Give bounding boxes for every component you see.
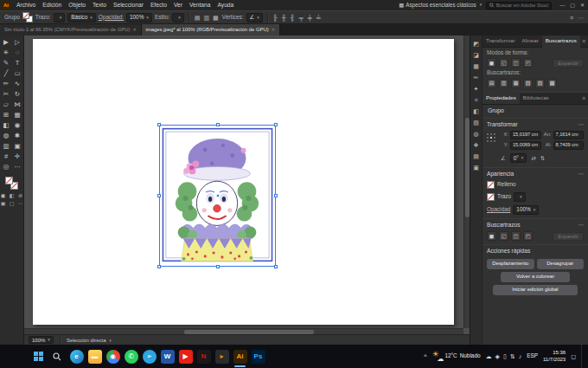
edit-toolbar-icon[interactable]: ⋯ xyxy=(12,162,23,172)
eyedropper-tool[interactable]: ◉ xyxy=(12,120,23,131)
transform-more-icon[interactable]: ⋯ xyxy=(578,122,584,128)
volume-icon[interactable]: ♪ xyxy=(519,353,522,359)
gradient-panel-icon[interactable]: ◧ xyxy=(470,106,482,117)
tab-alinear[interactable]: Alinear xyxy=(518,36,541,48)
align-top-icon[interactable]: ╤ xyxy=(298,15,304,21)
align-left-icon[interactable]: ╟ xyxy=(272,15,278,21)
menu-item[interactable]: Edición xyxy=(39,3,65,9)
media-player-icon[interactable]: ▸ xyxy=(213,345,231,368)
y-field[interactable]: 15,0069 cm xyxy=(510,141,541,150)
stock-search-box[interactable] xyxy=(486,2,552,10)
gradient-icon[interactable]: ◧ xyxy=(8,193,16,200)
minus-front-icon[interactable]: ◱ xyxy=(499,58,508,68)
draw-mode-icon[interactable]: ▣ xyxy=(0,201,7,208)
outline-icon[interactable]: ▨ xyxy=(535,79,545,88)
vertical-scrollbar[interactable] xyxy=(463,36,470,328)
style-dropdown[interactable] xyxy=(172,13,184,23)
battery-icon[interactable]: ▯ xyxy=(503,353,507,359)
menu-item[interactable]: Ver xyxy=(170,3,186,9)
opacity-link[interactable]: Opacidad xyxy=(487,207,510,212)
scale-tool[interactable]: ▱ xyxy=(1,100,12,110)
selection-tool[interactable]: ▶ xyxy=(1,37,12,48)
unite-icon[interactable]: ◼ xyxy=(487,231,496,241)
graphic-styles-icon[interactable]: ❖ xyxy=(470,139,482,151)
controlbar-more-icon[interactable]: ⋯ xyxy=(578,15,584,21)
artboards-icon[interactable]: ▣ xyxy=(470,162,482,173)
magic-wand-tool[interactable]: ✳ xyxy=(1,48,12,58)
flip-horizontal-icon[interactable]: ⇄ xyxy=(531,156,535,161)
tab-close-icon[interactable]: ✕ xyxy=(132,28,136,32)
taskbar-search-button[interactable] xyxy=(48,345,66,368)
opacity-dropdown[interactable]: 100% xyxy=(126,13,152,23)
menu-item[interactable]: Ventana xyxy=(186,3,214,9)
zoom-dropdown[interactable]: 100% xyxy=(29,336,54,344)
gradient-tool[interactable]: ◧ xyxy=(1,120,12,131)
word-icon[interactable]: W xyxy=(158,345,176,368)
preferences-icon[interactable]: ▥ xyxy=(202,15,210,21)
file-explorer-icon[interactable]: ▬ xyxy=(86,345,104,368)
free-transform-tool[interactable]: ⊞ xyxy=(1,110,12,120)
offset-button[interactable]: Desplazamiento xyxy=(487,259,534,269)
tab-propiedades[interactable]: Propiedades xyxy=(483,92,520,104)
opacity-dropdown[interactable]: 100% xyxy=(513,205,539,215)
align-right-icon[interactable]: ╢ xyxy=(290,15,296,21)
panel-menu-icon[interactable]: ≡ xyxy=(582,95,588,101)
chrome-icon[interactable]: ◉ xyxy=(104,345,122,368)
selection-handle-n[interactable] xyxy=(216,123,220,126)
selection-center-point[interactable] xyxy=(216,194,220,197)
whatsapp-icon[interactable]: ✆ xyxy=(122,345,140,368)
start-button[interactable] xyxy=(29,345,47,368)
color-panel-icon[interactable]: ◩ xyxy=(470,38,482,49)
menu-item[interactable]: Objeto xyxy=(65,3,89,9)
symbols-icon[interactable]: ✦ xyxy=(470,83,482,94)
tab-bibliotecas[interactable]: Bibliotecas xyxy=(520,92,553,104)
height-field[interactable]: 8,7409 cm xyxy=(553,141,585,150)
none-icon[interactable]: ⊘ xyxy=(16,193,24,200)
document-tab-untitled[interactable]: Sin título-1 al 66.35% (CMYK/Previsualiz… xyxy=(0,24,142,36)
shaper-tool[interactable]: ∿ xyxy=(12,79,23,89)
rotate-tool[interactable]: ↻ xyxy=(12,89,23,100)
document-tab-images-jpeg[interactable]: images.jpeg* al 100% (RGB/Previsualizaci… xyxy=(142,24,280,36)
rectangle-tool[interactable]: ▭ xyxy=(12,68,23,79)
align-middle-icon[interactable]: ╪ xyxy=(307,15,313,21)
weather-widget[interactable]: ☀ ☁ 12°C Nublado xyxy=(431,352,480,362)
crop-icon[interactable]: ▧ xyxy=(523,79,533,88)
panel-menu-icon[interactable]: ≡ xyxy=(582,38,588,44)
canvas-area[interactable] xyxy=(24,36,470,334)
selection-handle-ne[interactable] xyxy=(274,123,278,126)
fill-stroke-swatches[interactable] xyxy=(22,12,33,23)
zoom-tool[interactable]: ◎ xyxy=(1,162,12,172)
telegram-icon[interactable]: ➢ xyxy=(140,345,158,368)
taskbar-clock[interactable]: 15:36 11/7/2023 xyxy=(543,350,566,362)
stroke-panel-icon[interactable]: ≡ xyxy=(470,94,482,106)
transparency-icon[interactable]: ▨ xyxy=(470,117,482,128)
show-desktop-button[interactable] xyxy=(581,345,584,368)
trim-icon[interactable]: ▥ xyxy=(499,79,508,88)
toolbar-fill-stroke[interactable] xyxy=(5,177,18,190)
menu-item[interactable]: Texto xyxy=(89,3,110,9)
maximize-button[interactable]: ▢ xyxy=(570,3,575,8)
pathfinder-more-icon[interactable]: ⋯ xyxy=(578,223,584,229)
divide-icon[interactable]: ▤ xyxy=(487,79,496,88)
exclude-icon[interactable]: ◰ xyxy=(523,231,533,241)
brushes-icon[interactable]: ✏ xyxy=(470,72,482,83)
vertices-dropdown[interactable]: ∠ xyxy=(246,13,263,23)
menu-item[interactable]: Efecto xyxy=(147,3,170,9)
selection-handle-s[interactable] xyxy=(216,265,220,268)
artboard-tool[interactable]: ▣ xyxy=(12,141,23,152)
line-segment-tool[interactable]: ╱ xyxy=(1,68,12,79)
column-graph-tool[interactable]: ▥ xyxy=(1,141,12,152)
rotation-dropdown[interactable]: 0° xyxy=(510,153,527,163)
selection-handle-w[interactable] xyxy=(157,194,161,197)
blend-tool[interactable]: ◍ xyxy=(1,131,12,141)
color-guide-icon[interactable]: ◪ xyxy=(470,49,482,61)
appearance-icon[interactable]: ◍ xyxy=(470,128,482,139)
menu-item[interactable]: Seleccionar xyxy=(110,3,147,9)
selection-handle-sw[interactable] xyxy=(157,265,161,268)
swatches-icon[interactable]: ▦ xyxy=(470,61,482,72)
reference-point-locator[interactable] xyxy=(487,133,497,150)
global-edit-button[interactable]: Iniciar edición global xyxy=(493,285,578,295)
illustrator-icon[interactable]: Ai xyxy=(231,345,249,368)
security-icon[interactable]: ◈ xyxy=(495,353,500,359)
align-bottom-icon[interactable]: ╧ xyxy=(316,15,322,21)
